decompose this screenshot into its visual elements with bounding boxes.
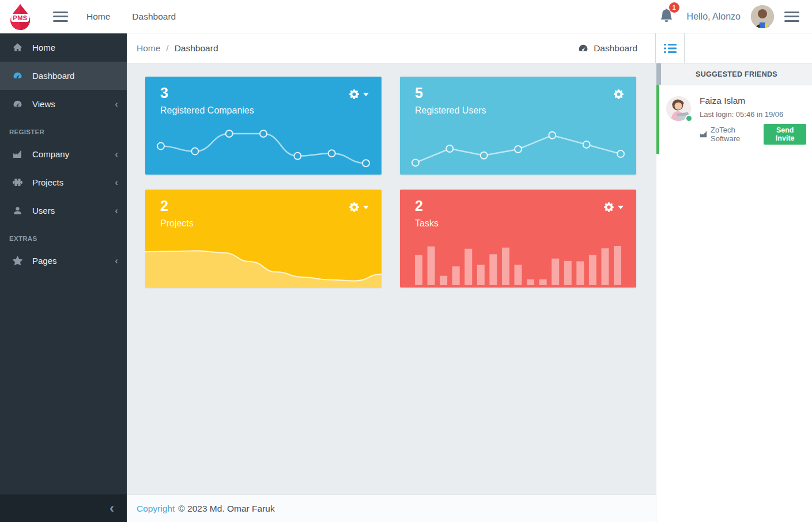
sidebar-item-label: Dashboard (32, 71, 74, 81)
sidebar-collapse-button[interactable]: ‹ (0, 494, 127, 522)
card-settings-button[interactable] (349, 202, 369, 212)
main-content: 3 Registered Companies 5 Registered User… (127, 63, 656, 494)
card-value: 2 (415, 198, 423, 214)
sidebar-toggle-button[interactable] (53, 12, 68, 22)
sidebar-item-dashboard[interactable]: Dashboard (0, 62, 127, 90)
card-settings-button[interactable] (349, 89, 369, 99)
projects-icon (13, 177, 23, 188)
caret-down-icon (618, 206, 624, 209)
sidebar-section-heading: EXTRAS (0, 225, 127, 247)
projects-area-chart (145, 190, 382, 288)
stat-cards: 3 Registered Companies 5 Registered User… (145, 77, 636, 288)
topnav-link-home[interactable]: Home (86, 12, 110, 22)
page-title-text: Dashboard (594, 43, 637, 54)
chevron-left-icon: ‹ (115, 206, 118, 215)
friend-details: Faiza Islam Last login: 05:46 in 19/06 Z… (700, 96, 806, 145)
caret-down-icon (363, 93, 369, 96)
online-status-dot (685, 115, 693, 122)
friend-list-item: Faiza Islam Last login: 05:46 in 19/06 Z… (656, 85, 812, 154)
chevron-left-icon: ‹ (115, 177, 118, 187)
sidebar-item-label: Pages (32, 256, 57, 266)
user-greeting: Hello, Alonzo (687, 12, 741, 22)
sidebar-item-label: Projects (32, 177, 63, 187)
dashboard-icon (578, 43, 588, 54)
users-line-chart (400, 77, 636, 175)
card-label: Registered Users (415, 105, 486, 116)
card-label: Tasks (415, 218, 439, 229)
friend-last-login: Last login: 05:46 in 19/06 (700, 110, 806, 119)
footer: Copyright © 2023 Md. Omar Faruk (127, 494, 656, 522)
navbar-right: 1 Hello, Alonzo (656, 5, 812, 28)
chevron-left-icon: ‹ (109, 501, 114, 515)
list-icon (664, 43, 677, 54)
companies-line-chart (145, 77, 382, 175)
card-registered-companies: 3 Registered Companies (145, 77, 382, 175)
user-avatar[interactable] (751, 5, 774, 28)
sidebar-item-projects[interactable]: Projects‹ (0, 168, 127, 196)
sidebar-section-heading: REGISTER (0, 118, 127, 140)
chevron-left-icon: ‹ (115, 99, 118, 109)
breadcrumb-separator: / (166, 43, 168, 54)
company-icon (700, 130, 708, 138)
brand-logo[interactable]: PMS (0, 3, 40, 31)
left-sidebar: HomeDashboardViews‹REGISTERCompany‹Proje… (0, 33, 127, 522)
copyright-text: © 2023 Md. Omar Faruk (178, 504, 274, 514)
breadcrumb: Home / Dashboard (127, 43, 218, 54)
sidebar-item-label: Users (32, 206, 55, 215)
app-root: PMS Home Dashboard 1 Hello, Alonzo (0, 0, 812, 522)
card-value: 5 (415, 85, 423, 101)
sidebar-item-home[interactable]: Home (0, 33, 127, 62)
control-sidebar-toggle-button[interactable] (784, 12, 799, 22)
send-invite-button[interactable]: Send Invite (764, 124, 806, 145)
company-icon (13, 149, 23, 160)
notifications-button[interactable]: 1 (656, 6, 677, 27)
tasks-bar-chart (400, 190, 636, 288)
sidebar-item-label: Company (32, 149, 69, 159)
gear-icon (349, 202, 359, 212)
pages-icon (13, 256, 23, 266)
card-label: Registered Companies (160, 105, 254, 116)
friend-name: Faiza Islam (700, 96, 806, 106)
chevron-left-icon: ‹ (115, 149, 118, 159)
card-settings-button[interactable] (604, 202, 624, 212)
card-tasks: 2 Tasks (400, 190, 636, 288)
gear-icon (604, 202, 614, 212)
avatar-photo (751, 5, 774, 28)
brand-text: PMS (11, 14, 29, 22)
sidebar-item-users[interactable]: Users‹ (0, 196, 127, 225)
sidebar-item-pages[interactable]: Pages‹ (0, 247, 127, 275)
topnav-links: Home Dashboard (86, 12, 176, 22)
pms-drop-icon: PMS (8, 3, 32, 31)
users-icon (13, 206, 23, 216)
caret-down-icon (363, 206, 369, 209)
card-value: 3 (160, 85, 168, 101)
home-icon (13, 43, 23, 53)
gear-icon (614, 89, 624, 99)
friend-company: ZoTech Software (711, 126, 759, 143)
sidebar-item-views[interactable]: Views‹ (0, 90, 127, 118)
sidebar-item-company[interactable]: Company‹ (0, 140, 127, 168)
suggested-friends-header: SUGGESTED FRIENDS (656, 63, 812, 85)
page-title: Dashboard (578, 43, 637, 54)
breadcrumb-home-link[interactable]: Home (137, 43, 160, 54)
sidebar-item-label: Views (32, 99, 55, 109)
top-navbar: PMS Home Dashboard 1 Hello, Alonzo (0, 0, 812, 33)
breadcrumb-current: Dashboard (175, 43, 218, 54)
dashboard-icon (13, 71, 23, 81)
sidebar-item-label: Home (32, 43, 55, 52)
topnav-link-dashboard[interactable]: Dashboard (132, 12, 176, 22)
views-icon (13, 99, 23, 109)
friends-panel-toggle-button[interactable] (655, 33, 685, 63)
card-label: Projects (160, 218, 194, 229)
card-registered-users: 5 Registered Users (400, 77, 636, 175)
copyright-link[interactable]: Copyright (137, 504, 175, 514)
notification-badge: 1 (669, 2, 679, 13)
content-header: Home / Dashboard Dashboard (127, 33, 812, 63)
suggested-friends-panel: SUGGESTED FRIENDS Faiza Islam Last login… (656, 63, 812, 522)
card-projects: 2 Projects (145, 190, 382, 288)
chevron-left-icon: ‹ (115, 256, 118, 266)
gear-icon (349, 89, 359, 99)
card-settings-button[interactable] (614, 89, 624, 99)
card-value: 2 (160, 198, 168, 214)
